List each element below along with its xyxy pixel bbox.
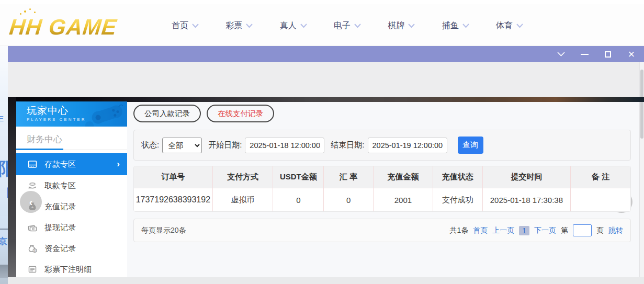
sidebar-item-label: 存款专区 <box>44 160 76 169</box>
chevron-down-icon <box>246 24 253 28</box>
chevron-down-icon <box>300 24 307 28</box>
sidebar-item-withdrawal-records[interactable]: 提现记录 <box>16 217 127 238</box>
sidebar-item-label: 充值记录 <box>44 202 76 212</box>
nav-item-cards[interactable]: 棋牌 <box>388 20 415 31</box>
list-icon <box>28 265 37 274</box>
vertical-scrollbar[interactable] <box>639 62 644 284</box>
payment-records-table: 订单号 支付方式 USDT金额 汇 率 充值金额 充值状态 提交时间 备 注 1… <box>133 166 631 212</box>
nav-item-label: 捕鱼 <box>442 20 459 31</box>
nav-item-slots[interactable]: 电子 <box>334 20 361 31</box>
logo-dot <box>34 12 36 13</box>
jump-suffix-label: 页 <box>596 226 604 235</box>
table-row: 1737192638393192 虚拟币 0 0 2001 支付成功 2025-… <box>134 188 630 211</box>
status-label: 状态: <box>141 140 159 150</box>
chevron-down-icon <box>192 24 199 28</box>
banner-left-margin <box>8 97 16 277</box>
column-header: 汇 率 <box>324 166 374 188</box>
banknote-icon <box>28 223 37 232</box>
current-page-badge: 1 <box>519 226 529 235</box>
status-select[interactable]: 全部 <box>162 138 202 153</box>
collapse-sidebar-button[interactable]: ‹ <box>20 191 42 213</box>
nav-item-home[interactable]: 首页 <box>172 20 199 31</box>
chevron-down-icon <box>516 24 523 28</box>
pagination-bar: 每页显示20条 共1条 首页 上一页 1 下一页 第 页 跳转 <box>133 219 631 242</box>
screen: HH GAME 首页 彩票 真人 电子 棋牌 <box>0 0 644 284</box>
sidebar-section: 财务中心 <box>16 127 127 149</box>
funds-bag-icon: $ <box>28 244 37 253</box>
sidebar-header: 玩家中心 PLAYERS CENTER <box>16 101 127 127</box>
nav-item-label: 彩票 <box>225 20 242 31</box>
logo-dot <box>24 10 26 13</box>
edge-char: E <box>0 114 4 123</box>
chevron-down-icon <box>354 24 361 28</box>
order-number-cell: 1737192638393192 <box>134 188 213 211</box>
page-number-input[interactable] <box>573 224 592 236</box>
recharge-amount-cell: 2001 <box>374 188 433 211</box>
jump-button[interactable]: 跳转 <box>608 226 623 235</box>
usdt-amount-cell: 0 <box>273 188 324 211</box>
nav-item-live[interactable]: 真人 <box>280 20 307 31</box>
column-header: 充值状态 <box>433 166 483 188</box>
logo-dot <box>29 8 31 10</box>
nav-item-fishing[interactable]: 捕鱼 <box>442 20 469 31</box>
hand-coin-icon <box>28 181 37 190</box>
chevron-left-icon: ‹ <box>29 196 33 208</box>
nav-item-label: 电子 <box>334 20 351 31</box>
per-page-label: 每页显示20条 <box>141 226 186 235</box>
table-header-row: 订单号 支付方式 USDT金额 汇 率 充值金额 充值状态 提交时间 备 注 <box>134 166 630 188</box>
sidebar-item-label: 彩票下注明细 <box>44 265 92 275</box>
sidebar-item-label: 取款专区 <box>44 181 76 191</box>
edge-char: 限 <box>0 157 8 181</box>
edge-divider <box>0 229 8 230</box>
search-button[interactable]: 查询 <box>458 137 483 154</box>
background-page-edge: E 限 刂 京 <box>0 46 8 284</box>
nav-item-sports[interactable]: 体育 <box>496 20 523 31</box>
sidebar-item-deposit-zone[interactable]: 存款专区 › <box>16 153 127 175</box>
nav-item-lottery[interactable]: 彩票 <box>225 20 253 31</box>
payment-method-cell: 虚拟币 <box>213 188 274 211</box>
sidebar-item-lottery-bet-details[interactable]: 彩票下注明细 <box>16 259 127 277</box>
jump-prefix-label: 第 <box>561 226 568 235</box>
player-center-window: × 玩家中心 PLAYERS CENTER <box>8 46 644 284</box>
pagination-controls: 共1条 首页 上一页 1 下一页 第 页 跳转 <box>449 224 623 236</box>
svg-text:$: $ <box>34 249 36 252</box>
start-date-input[interactable] <box>245 138 324 153</box>
edge-shadow <box>0 265 8 278</box>
top-strip <box>0 0 644 5</box>
column-header: USDT金额 <box>273 166 324 188</box>
main-content: 公司入款记录 在线支付记录 状态: 全部 开始日期: 结束日期: 查询 <box>133 46 631 284</box>
submit-time-cell: 2025-01-18 17:30:38 <box>483 188 571 211</box>
scrollbar-thumb[interactable] <box>640 70 643 139</box>
end-date-label: 结束日期: <box>331 140 364 150</box>
sidebar-item-funds-records[interactable]: $ 资金记录 <box>16 238 127 259</box>
recharge-status-cell: 支付成功 <box>433 188 483 211</box>
end-date-input[interactable] <box>368 138 447 153</box>
column-header: 订单号 <box>134 166 213 188</box>
bank-card-icon <box>28 160 37 169</box>
sidebar-item-label: 资金记录 <box>44 244 76 254</box>
chevron-down-icon <box>462 24 469 28</box>
nav-menu: 首页 彩票 真人 电子 棋牌 捕鱼 <box>172 5 523 46</box>
edge-char: 刂 <box>0 183 8 207</box>
nav-item-label: 首页 <box>172 20 188 31</box>
tab-company-deposit-records[interactable]: 公司入款记录 <box>133 105 201 122</box>
gamepad-icon <box>82 103 124 127</box>
column-header: 备 注 <box>571 166 630 188</box>
next-page-link[interactable]: 下一页 <box>534 226 556 235</box>
sidebar-menu: 存款专区 › 取款专区 + 充值记录 <box>16 151 127 277</box>
sidebar-divider <box>16 149 127 151</box>
edge-char: 京 <box>0 235 7 247</box>
exchange-rate-cell: 0 <box>324 188 374 211</box>
tab-online-payment-records[interactable]: 在线支付记录 <box>207 105 274 122</box>
player-center-sidebar: 玩家中心 PLAYERS CENTER <box>16 101 127 277</box>
column-header: 充值金额 <box>374 166 433 188</box>
nav-item-label: 棋牌 <box>388 20 404 31</box>
nav-item-label: 体育 <box>496 20 513 31</box>
chevron-down-icon <box>408 24 415 28</box>
column-header: 支付方式 <box>213 166 274 188</box>
first-page-link[interactable]: 首页 <box>473 226 488 235</box>
prev-page-link[interactable]: 上一页 <box>492 226 514 235</box>
brand-logo[interactable]: HH GAME <box>9 14 156 41</box>
main-navbar: HH GAME 首页 彩票 真人 电子 棋牌 <box>0 5 644 46</box>
total-count: 共1条 <box>449 226 468 235</box>
